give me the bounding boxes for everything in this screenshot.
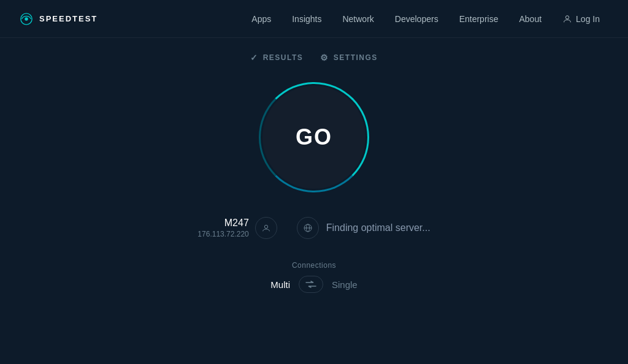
- nav-apps[interactable]: Apps: [243, 9, 280, 29]
- header: SPEEDTEST Apps Insights Network Develope…: [0, 0, 628, 38]
- tab-results-label: RESULTS: [263, 53, 304, 62]
- connections-switch-button[interactable]: [299, 276, 323, 293]
- tab-results[interactable]: ✓ RESULTS: [250, 53, 303, 63]
- main-nav: Apps Insights Network Developers Enterpr…: [243, 9, 608, 29]
- tab-settings[interactable]: ⚙ SETTINGS: [320, 53, 378, 63]
- nav-about[interactable]: About: [510, 9, 550, 29]
- main-content: ✓ RESULTS ⚙ SETTINGS GO M247 176.113.72.…: [0, 38, 628, 293]
- tabs-bar: ✓ RESULTS ⚙ SETTINGS: [250, 53, 378, 63]
- connections-single[interactable]: Single: [332, 279, 358, 290]
- logo: SPEEDTEST: [20, 12, 98, 26]
- connections-section: Connections Multi Single: [270, 261, 357, 293]
- svg-point-2: [565, 15, 569, 18]
- server-user-icon: [261, 223, 271, 233]
- server-name: M247: [224, 218, 249, 229]
- server-info: M247 176.113.72.220 Finding optimal serv…: [197, 217, 430, 239]
- nav-enterprise[interactable]: Enterprise: [451, 9, 507, 29]
- login-button[interactable]: Log In: [554, 9, 608, 29]
- tab-settings-label: SETTINGS: [334, 53, 378, 62]
- login-label: Log In: [576, 14, 600, 24]
- nav-insights[interactable]: Insights: [283, 9, 330, 29]
- go-button-container: GO: [259, 82, 369, 192]
- logo-text: SPEEDTEST: [39, 14, 98, 23]
- server-details: M247 176.113.72.220: [197, 218, 248, 238]
- nav-developers[interactable]: Developers: [386, 9, 447, 29]
- settings-icon: ⚙: [320, 53, 329, 63]
- finding-server-text: Finding optimal server...: [326, 222, 431, 233]
- connections-toggle: Multi Single: [270, 276, 357, 293]
- go-button[interactable]: GO: [262, 86, 366, 189]
- server-globe-button[interactable]: [297, 217, 319, 239]
- server-ip: 176.113.72.220: [197, 230, 248, 238]
- svg-point-3: [264, 225, 267, 228]
- globe-icon: [303, 223, 313, 233]
- server-user-button[interactable]: [255, 217, 277, 239]
- go-label: GO: [296, 124, 332, 150]
- svg-point-1: [25, 17, 28, 21]
- connections-label: Connections: [292, 261, 336, 270]
- server-right: Finding optimal server...: [297, 217, 431, 239]
- nav-network[interactable]: Network: [334, 9, 382, 29]
- arrows-icon: [305, 281, 317, 288]
- results-icon: ✓: [250, 53, 259, 63]
- user-icon: [562, 14, 572, 24]
- server-left: M247 176.113.72.220: [197, 217, 277, 239]
- logo-icon: [20, 12, 33, 26]
- connections-multi[interactable]: Multi: [270, 279, 290, 290]
